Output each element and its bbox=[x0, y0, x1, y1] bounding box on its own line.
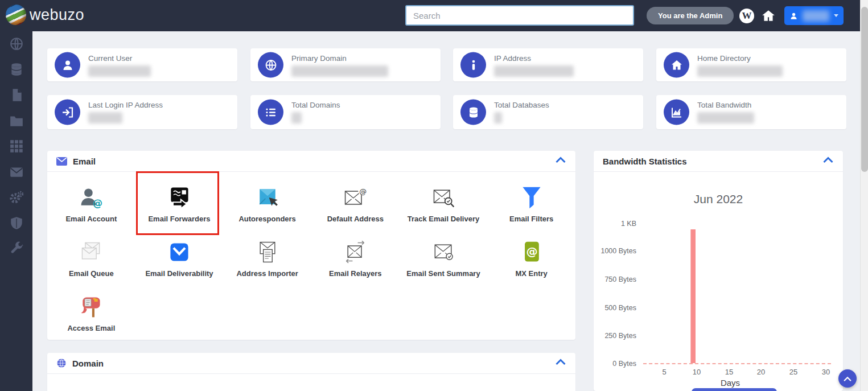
chart-legend-pill[interactable] bbox=[692, 388, 777, 391]
stat-value-blurred bbox=[88, 65, 151, 77]
email-tool-label: Email Account bbox=[65, 215, 117, 223]
autoresponders-icon bbox=[253, 184, 282, 211]
y-axis-tick: 500 Bytes bbox=[597, 304, 636, 312]
email-relayers-icon bbox=[341, 239, 369, 265]
email-tool-email-queue[interactable]: Email Queue bbox=[47, 233, 135, 288]
stat-card-primary-domain: Primary Domain bbox=[250, 48, 441, 81]
page-scrollbar[interactable] bbox=[860, 0, 868, 391]
user-icon bbox=[55, 52, 80, 78]
email-deliverability-icon bbox=[165, 239, 194, 265]
stat-card-total-databases: Total Databases bbox=[453, 95, 643, 129]
email-queue-icon bbox=[77, 239, 105, 265]
webuzo-sphere-icon bbox=[6, 5, 26, 25]
email-filters-icon bbox=[517, 184, 546, 211]
chart-bar[interactable] bbox=[690, 229, 696, 363]
x-axis-tick: 30 bbox=[817, 368, 834, 376]
sidebar-item-utilities wrench-icon[interactable] bbox=[9, 241, 24, 256]
email-tool-email-filters[interactable]: Email Filters bbox=[487, 179, 575, 233]
brand-name: webuzo bbox=[30, 6, 84, 24]
stat-card-last-login-ip: Last Login IP Address bbox=[47, 95, 237, 129]
email-account-icon: @ bbox=[77, 184, 105, 211]
sidebar bbox=[0, 31, 32, 391]
user-menu-button[interactable] bbox=[784, 6, 844, 25]
username-blurred bbox=[803, 10, 829, 22]
email-tool-label: Email Deliverability bbox=[145, 269, 213, 278]
email-tool-label: Address Importer bbox=[236, 269, 298, 278]
chevron-down-icon bbox=[834, 14, 838, 17]
email-tool-mx-entry[interactable]: @ MX Entry bbox=[487, 233, 575, 288]
stat-value-blurred bbox=[291, 112, 302, 124]
stat-value-blurred bbox=[291, 65, 388, 77]
info-icon bbox=[460, 52, 486, 78]
x-axis-tick: 25 bbox=[785, 368, 802, 376]
email-tool-default-address[interactable]: @ Default Address bbox=[311, 179, 400, 233]
email-tool-track-email-delivery[interactable]: Track Email Delivery bbox=[400, 179, 488, 233]
svg-text:@: @ bbox=[526, 245, 537, 258]
stat-card-ip-address: IP Address bbox=[453, 48, 643, 81]
default-address-icon: @ bbox=[341, 184, 369, 211]
stat-label: Home Directory bbox=[697, 54, 751, 63]
sidebar-item-security shield-icon[interactable] bbox=[9, 216, 24, 231]
stat-label: Total Bandwidth bbox=[697, 101, 751, 109]
sidebar-item-email mail-icon[interactable] bbox=[9, 164, 24, 179]
bandwidth-collapse-button chevron-up-icon[interactable] bbox=[822, 155, 834, 167]
stat-card-current-user: Current User bbox=[47, 48, 237, 81]
email-collapse-button chevron-up-icon[interactable] bbox=[555, 155, 566, 167]
sidebar-item-settings gears-icon[interactable] bbox=[9, 190, 24, 205]
email-tool-label: MX Entry bbox=[515, 269, 547, 278]
stat-value-blurred bbox=[697, 65, 783, 77]
stat-label: Last Login IP Address bbox=[88, 101, 163, 109]
globe-icon bbox=[258, 52, 283, 78]
x-axis-tick: 10 bbox=[688, 368, 705, 376]
globe-icon bbox=[56, 358, 67, 368]
email-tool-label: Default Address bbox=[327, 215, 384, 223]
domain-collapse-button chevron-up-icon[interactable] bbox=[555, 357, 566, 369]
email-tool-email-account[interactable]: @ Email Account bbox=[47, 179, 135, 233]
mx-entry-icon: @ bbox=[517, 239, 546, 265]
database-icon bbox=[460, 100, 486, 125]
email-tool-address-importer[interactable]: Address Importer bbox=[223, 233, 311, 288]
email-tool-label: Access Email bbox=[67, 324, 115, 332]
wordpress-icon[interactable]: W bbox=[739, 9, 754, 23]
domain-panel-header: Domain bbox=[47, 353, 575, 374]
email-sent-summary-icon bbox=[429, 239, 458, 265]
email-tool-email-deliverability[interactable]: Email Deliverability bbox=[135, 233, 224, 288]
x-axis-tick: 20 bbox=[752, 368, 770, 376]
domain-panel: Domain bbox=[47, 353, 575, 391]
email-tool-autoresponders[interactable]: Autoresponders bbox=[223, 179, 311, 233]
sidebar-item-files file-icon[interactable] bbox=[9, 88, 24, 102]
email-tool-email-sent-summary[interactable]: Email Sent Summary bbox=[400, 233, 488, 288]
bandwidth-panel-header: Bandwidth Statistics bbox=[594, 151, 843, 172]
stat-card-total-bandwidth: Total Bandwidth bbox=[656, 95, 846, 129]
y-axis-tick: 250 Bytes bbox=[597, 332, 636, 340]
stat-label: IP Address bbox=[494, 54, 531, 63]
svg-text:@: @ bbox=[360, 187, 367, 196]
stat-value-blurred bbox=[494, 65, 574, 77]
bandwidth-statistics-panel: Bandwidth Statistics Jun 2022 1 KB 1000 … bbox=[594, 151, 843, 391]
sidebar-item-folders folder-icon[interactable] bbox=[9, 113, 24, 128]
sidebar-item-apps apps-grid-icon[interactable] bbox=[9, 139, 24, 154]
stat-label: Primary Domain bbox=[291, 54, 347, 63]
scroll-to-top-button[interactable] bbox=[838, 369, 857, 388]
email-tool-access-email[interactable]: Access Email bbox=[47, 288, 135, 340]
y-axis-tick: 750 Bytes bbox=[597, 275, 636, 283]
chevron-up-icon bbox=[844, 376, 851, 381]
sidebar-item-domain globe-icon[interactable] bbox=[9, 36, 24, 51]
home-icon bbox=[664, 52, 689, 78]
email-tool-email-relayers[interactable]: Email Relayers bbox=[311, 233, 400, 288]
scrollbar-thumb[interactable] bbox=[861, 7, 868, 172]
access-email-icon bbox=[77, 294, 105, 320]
email-panel: Email @ Email Account Email Forwarders A… bbox=[47, 151, 575, 340]
webuzo-logo[interactable]: webuzo bbox=[6, 5, 84, 25]
stat-card-total-domains: Total Domains bbox=[250, 95, 441, 129]
email-tool-label: Autoresponders bbox=[238, 215, 295, 223]
email-tool-label: Email Relayers bbox=[329, 269, 382, 278]
email-tool-label: Email Forwarders bbox=[148, 215, 210, 223]
topbar: webuzo You are the Admin W bbox=[0, 0, 860, 31]
search-input[interactable] bbox=[405, 5, 634, 26]
admin-badge[interactable]: You are the Admin bbox=[647, 7, 734, 24]
email-tool-email-forwarders[interactable]: Email Forwarders bbox=[135, 179, 224, 233]
x-axis-tick: 15 bbox=[721, 368, 738, 376]
sidebar-item-databases database-icon[interactable] bbox=[9, 62, 24, 77]
home-icon[interactable] bbox=[761, 9, 776, 23]
